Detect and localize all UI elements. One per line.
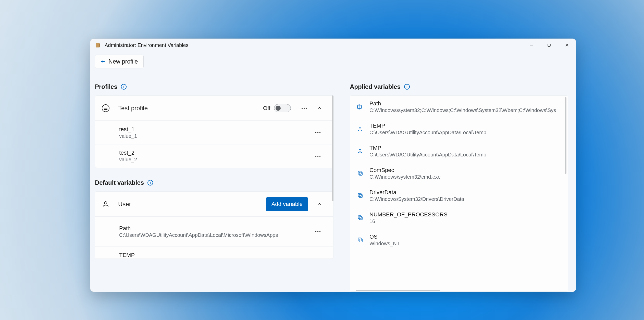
svg-point-9 <box>317 132 318 133</box>
titlebar[interactable]: Administrator: Environment Variables <box>90 39 576 52</box>
default-variable-row[interactable]: Path C:\Users\WDAGUtilityAccount\AppData… <box>95 217 333 246</box>
applied-variable-value: C:\Users\WDAGUtilityAccount\AppData\Loca… <box>369 152 560 158</box>
svg-rect-18 <box>357 105 361 108</box>
toolbar: + New profile <box>90 52 576 68</box>
svg-point-14 <box>104 202 107 204</box>
left-scroll-area[interactable]: Test profile Off test_1 <box>95 95 333 292</box>
variable-more-button[interactable] <box>312 150 324 162</box>
profile-more-button[interactable] <box>298 102 310 114</box>
profile-toggle-group: Off <box>263 104 291 112</box>
svg-point-11 <box>315 155 316 156</box>
minimize-button[interactable] <box>522 39 540 52</box>
applied-variable-value: C:\Windows\System32\Drivers\DriverData <box>369 196 560 202</box>
window-title: Administrator: Environment Variables <box>105 42 189 48</box>
svg-point-17 <box>319 231 320 232</box>
applied-variable-value: 16 <box>369 218 560 224</box>
applied-list[interactable]: PathC:\Windows\system32;C:\Windows;C:\Wi… <box>350 95 568 292</box>
svg-point-16 <box>317 231 318 232</box>
svg-rect-28 <box>359 239 362 242</box>
profile-menu-icon <box>102 104 114 112</box>
svg-rect-23 <box>358 193 361 196</box>
left-column: Profiles i Test profile Off <box>95 83 333 292</box>
user-icon <box>102 200 114 208</box>
system-icon <box>356 237 364 243</box>
app-window: Administrator: Environment Variables + N… <box>90 39 576 292</box>
applied-variable-name: DriverData <box>369 189 560 196</box>
variable-name: TEMP <box>119 252 326 259</box>
applied-variable-row[interactable]: NUMBER_OF_PROCESSORS16 <box>350 207 568 229</box>
applied-variable-row[interactable]: TMPC:\Users\WDAGUtilityAccount\AppData\L… <box>350 140 568 162</box>
svg-rect-0 <box>96 43 99 47</box>
applied-heading: Applied variables i <box>350 83 568 90</box>
variable-more-button[interactable] <box>312 127 324 139</box>
info-icon[interactable]: i <box>404 84 410 90</box>
system-icon <box>356 170 364 177</box>
svg-point-6 <box>304 107 305 108</box>
profile-card: Test profile Off test_1 <box>95 95 333 168</box>
applied-variable-name: TMP <box>369 145 560 151</box>
info-icon[interactable]: i <box>121 84 127 90</box>
applied-variable-value: Windows_NT <box>369 241 560 247</box>
profiles-heading: Profiles i <box>95 83 333 90</box>
profile-variable-row[interactable]: test_2 value_2 <box>95 144 333 168</box>
svg-point-10 <box>319 132 320 133</box>
svg-rect-25 <box>358 216 361 219</box>
applied-variable-row[interactable]: OSWindows_NT <box>350 229 568 251</box>
svg-point-13 <box>319 155 320 156</box>
applied-variable-row[interactable]: TEMPC:\Users\WDAGUtilityAccount\AppData\… <box>350 118 568 140</box>
svg-rect-26 <box>359 217 362 220</box>
profile-collapse-button[interactable] <box>313 102 326 114</box>
variable-name: test_2 <box>119 150 326 156</box>
applied-variable-name: ComSpec <box>369 167 560 174</box>
info-icon[interactable]: i <box>147 180 153 186</box>
variable-name: Path <box>119 225 326 232</box>
horizontal-scrollbar[interactable] <box>356 290 440 291</box>
system-icon <box>356 193 364 199</box>
new-profile-label: New profile <box>108 58 138 65</box>
svg-point-15 <box>315 231 316 232</box>
svg-rect-24 <box>359 194 362 198</box>
profile-row[interactable]: Test profile Off <box>95 96 333 121</box>
svg-point-8 <box>315 132 316 133</box>
applied-variable-row[interactable]: PathC:\Windows\system32;C:\Windows;C:\Wi… <box>350 96 568 118</box>
profile-variable-row[interactable]: test_1 value_1 <box>95 121 333 144</box>
user-icon <box>356 148 364 154</box>
variable-value: C:\Users\WDAGUtilityAccount\AppData\Loca… <box>119 232 326 238</box>
applied-variable-row[interactable]: ComSpecC:\Windows\system32\cmd.exe <box>350 162 568 184</box>
variable-value: value_1 <box>119 133 326 139</box>
defaults-heading: Default variables i <box>95 179 333 186</box>
defaults-label: Default variables <box>95 179 144 186</box>
profile-name: Test profile <box>118 105 263 112</box>
applied-variable-name: NUMBER_OF_PROCESSORS <box>369 211 560 218</box>
add-variable-button[interactable]: Add variable <box>266 197 308 211</box>
svg-rect-22 <box>359 172 362 175</box>
applied-variable-row[interactable]: DriverDataC:\Windows\System32\Drivers\Dr… <box>350 184 568 207</box>
content-area: Profiles i Test profile Off <box>90 68 576 292</box>
applied-variable-name: OS <box>369 233 560 240</box>
default-variable-row[interactable]: TEMP <box>95 246 333 259</box>
add-variable-label: Add variable <box>271 201 303 207</box>
rename-icon <box>356 104 364 110</box>
svg-point-5 <box>302 107 303 108</box>
applied-variable-value: C:\Windows\system32\cmd.exe <box>369 174 560 180</box>
new-profile-button[interactable]: + New profile <box>95 55 144 68</box>
svg-point-12 <box>317 155 318 156</box>
right-column: Applied variables i PathC:\Windows\syste… <box>350 83 568 292</box>
svg-point-20 <box>359 149 361 151</box>
maximize-button[interactable] <box>540 39 558 52</box>
variable-more-button[interactable] <box>312 226 324 238</box>
plus-icon: + <box>101 58 105 65</box>
desktop-background: Administrator: Environment Variables + N… <box>0 0 644 320</box>
variable-value: value_2 <box>119 157 326 163</box>
defaults-collapse-button[interactable] <box>313 198 326 210</box>
variable-name: test_1 <box>119 126 326 133</box>
svg-rect-21 <box>358 171 361 174</box>
profile-toggle[interactable] <box>274 104 291 112</box>
defaults-user-row[interactable]: User Add variable <box>95 192 333 217</box>
applied-variable-name: Path <box>369 100 560 107</box>
close-button[interactable] <box>558 39 576 52</box>
profile-toggle-label: Off <box>263 105 270 112</box>
defaults-group-label: User <box>118 201 266 208</box>
svg-point-7 <box>306 107 307 108</box>
user-icon <box>356 126 364 132</box>
